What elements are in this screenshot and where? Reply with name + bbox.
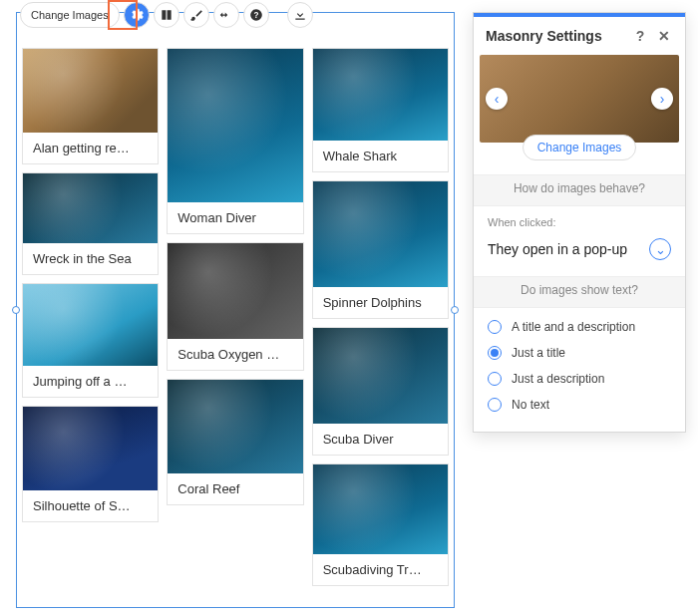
preview-next-icon[interactable]: › — [651, 88, 673, 110]
brush-icon[interactable] — [183, 2, 209, 28]
gallery-caption: Coral Reef — [168, 473, 302, 504]
radio-label: A title and a description — [512, 320, 635, 334]
gear-icon[interactable] — [124, 2, 150, 28]
column-icon[interactable] — [154, 2, 179, 28]
radio-icon[interactable] — [488, 320, 502, 334]
gallery-caption: Wreck in the Sea — [23, 243, 158, 274]
gallery-caption: Alan getting re… — [23, 133, 158, 163]
dropdown-value: They open in a pop-up — [488, 241, 627, 257]
gallery-thumb[interactable] — [23, 407, 158, 490]
section-text: Do images show text? — [474, 276, 685, 308]
chevron-down-icon[interactable]: ⌄ — [649, 238, 671, 260]
gallery-card[interactable]: Jumping off a … — [22, 283, 159, 398]
gallery-thumb[interactable] — [313, 181, 448, 287]
gallery-card[interactable]: Wreck in the Sea — [22, 172, 159, 275]
when-clicked-label: When clicked: — [488, 216, 671, 228]
floating-toolbar: Change Images ? — [20, 2, 313, 28]
gallery-caption: Scuba Oxygen … — [168, 339, 302, 370]
resize-handle-left[interactable] — [12, 306, 20, 314]
section-behave: How do images behave? — [474, 174, 685, 206]
radio-icon[interactable] — [488, 398, 502, 412]
gallery-caption: Silhouette of S… — [23, 490, 158, 521]
masonry-grid: Alan getting re…Wreck in the SeaJumping … — [22, 48, 449, 616]
preview-prev-icon[interactable]: ‹ — [486, 88, 508, 110]
gallery-thumb[interactable] — [168, 49, 302, 202]
svg-text:?: ? — [253, 11, 258, 20]
when-clicked-dropdown[interactable]: They open in a pop-up ⌄ — [488, 234, 671, 272]
radio-label: Just a description — [512, 372, 604, 386]
text-option-radio[interactable]: Just a title — [488, 340, 671, 366]
gallery-card[interactable]: Scuba Oxygen … — [167, 242, 303, 371]
gallery-caption: Spinner Dolphins — [313, 287, 448, 318]
gallery-caption: Whale Shark — [313, 141, 448, 171]
radio-icon[interactable] — [488, 372, 502, 386]
gallery-card[interactable]: Woman Diver — [167, 48, 303, 234]
preview-image: ‹ › — [480, 55, 679, 143]
text-option-radio[interactable]: No text — [488, 392, 671, 418]
download-icon[interactable] — [287, 2, 313, 28]
text-options-group: A title and a descriptionJust a titleJus… — [474, 308, 685, 432]
help-icon[interactable]: ? — [243, 2, 269, 28]
panel-close-icon[interactable]: ✕ — [655, 27, 673, 45]
gallery-card[interactable]: Scubadiving Tr… — [312, 463, 449, 586]
resize-handle-right[interactable] — [451, 306, 459, 314]
text-option-radio[interactable]: A title and a description — [488, 314, 671, 340]
gallery-card[interactable]: Alan getting re… — [22, 48, 159, 164]
gallery-thumb[interactable] — [168, 243, 302, 339]
panel-title: Masonry Settings — [486, 28, 602, 44]
settings-panel: Masonry Settings ? ✕ ‹ › Change Images H… — [473, 12, 686, 433]
gallery-caption: Jumping off a … — [23, 366, 158, 397]
radio-label: Just a title — [512, 346, 565, 360]
gallery-card[interactable]: Whale Shark — [312, 48, 449, 172]
gallery-thumb[interactable] — [23, 49, 158, 133]
gallery-card[interactable]: Spinner Dolphins — [312, 180, 449, 319]
gallery-thumb[interactable] — [168, 380, 302, 473]
gallery-thumb[interactable] — [313, 328, 448, 424]
change-images-button[interactable]: Change Images — [20, 2, 120, 28]
gallery-caption: Woman Diver — [168, 202, 302, 233]
radio-icon[interactable] — [488, 346, 502, 360]
radio-label: No text — [512, 398, 549, 412]
hstretch-icon[interactable] — [213, 2, 239, 28]
gallery-thumb[interactable] — [313, 49, 448, 141]
gallery-card[interactable]: Coral Reef — [167, 379, 303, 505]
panel-change-images-button[interactable]: Change Images — [523, 135, 637, 160]
gallery-thumb[interactable] — [313, 464, 448, 554]
gallery-card[interactable]: Scuba Diver — [312, 327, 449, 456]
panel-help-icon[interactable]: ? — [631, 27, 649, 45]
gallery-thumb[interactable] — [23, 284, 158, 366]
gallery-thumb[interactable] — [23, 173, 158, 243]
gallery-caption: Scubadiving Tr… — [313, 554, 448, 585]
gallery-caption: Scuba Diver — [313, 424, 448, 455]
text-option-radio[interactable]: Just a description — [488, 366, 671, 392]
gallery-card[interactable]: Silhouette of S… — [22, 406, 159, 522]
